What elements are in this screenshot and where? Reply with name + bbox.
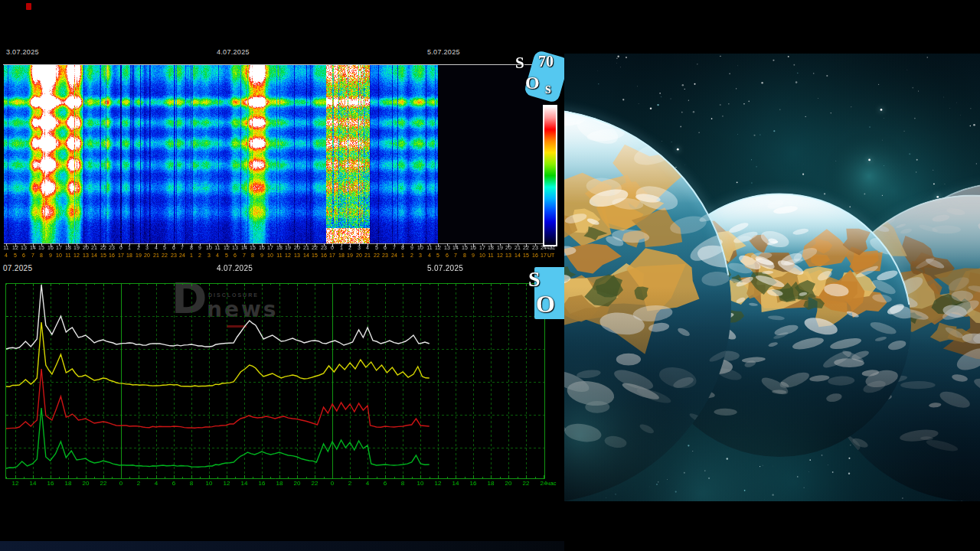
tick-label: 14 xyxy=(26,480,40,487)
tick-label: 22 xyxy=(308,480,322,487)
tick-label: 18 xyxy=(61,480,75,487)
tick-label: 20 xyxy=(79,480,93,487)
spectrogram-date-2: 4.07.2025 xyxy=(217,48,250,56)
logo-letter-s: S xyxy=(528,269,541,290)
logo-letter-s: S xyxy=(515,55,524,71)
linechart-date-1: 07.2025 xyxy=(3,264,32,272)
tick-label: 6 xyxy=(378,480,392,487)
tick-label: 12 xyxy=(8,480,22,487)
spectrogram-canvas xyxy=(4,65,545,247)
tick-label: 4 xyxy=(149,480,163,487)
logo-letter-s2: s xyxy=(545,80,551,96)
logo-number-70: 70 xyxy=(538,54,554,69)
spectrogram-axis-ut-hours: UT 4567891011121314151617181920212223241… xyxy=(0,253,564,260)
tick-label: 18 xyxy=(484,480,498,487)
tick-label: 12 xyxy=(220,480,234,487)
tick-label: 4 xyxy=(361,480,374,487)
tick-label: 8 xyxy=(185,480,198,487)
earths-image-canvas xyxy=(564,54,980,501)
tick-label: 20 xyxy=(290,480,304,487)
tick-label: 10 xyxy=(202,480,216,487)
tick-label: 20 xyxy=(501,480,515,487)
tick-label: 14 xyxy=(237,480,251,487)
spectrogram-date-1: 3.07.2025 xyxy=(6,48,39,56)
tick-label: 0 xyxy=(114,480,128,487)
linechart-date-2: 4.07.2025 xyxy=(217,264,253,272)
tick-label: 2 xyxy=(132,480,145,487)
spectrogram-date-3: 5.07.2025 xyxy=(427,48,460,56)
linechart-date-3: 5.07.2025 xyxy=(427,264,463,272)
tick-label: 10 xyxy=(413,480,427,487)
tick-label: 16 xyxy=(255,480,269,487)
so-logo: S O xyxy=(530,267,567,319)
tick-label: 16 xyxy=(44,480,57,487)
tick-label: 16 xyxy=(466,480,480,487)
tick-label: 14 xyxy=(449,480,462,487)
spectrogram-colorbar xyxy=(543,105,557,246)
spectrogram-axis-local-hours: час 111213141516171819202122230123456789… xyxy=(0,245,564,253)
red-marker xyxy=(26,3,31,10)
tick-label: 18 xyxy=(273,480,286,487)
tick-label: 24 xyxy=(537,480,550,487)
tick-label: 17 xyxy=(537,253,550,258)
tick-label: 22 xyxy=(519,480,533,487)
earths-image-panel xyxy=(564,0,980,551)
linechart-canvas xyxy=(0,277,567,481)
tick-label: 22 xyxy=(96,480,110,487)
tick-label: 2 xyxy=(343,480,357,487)
tick-label: 24 xyxy=(537,245,550,250)
tick-label: 6 xyxy=(167,480,181,487)
screen: 3.07.2025 4.07.2025 5.07.2025 S 70 O s ч… xyxy=(0,0,980,551)
logo-letter-o: O xyxy=(525,73,540,92)
bottom-strip xyxy=(0,541,564,551)
sos70-logo: S 70 O s xyxy=(518,52,566,107)
tick-label: 12 xyxy=(431,480,445,487)
monitoring-panel: 3.07.2025 4.07.2025 5.07.2025 S 70 O s ч… xyxy=(0,0,564,551)
tick-label: 8 xyxy=(396,480,410,487)
logo-letter-o: O xyxy=(536,292,555,316)
tick-label: 0 xyxy=(325,480,339,487)
linechart-axis-hours: час 121416182022024681012141618202202468… xyxy=(0,480,564,489)
